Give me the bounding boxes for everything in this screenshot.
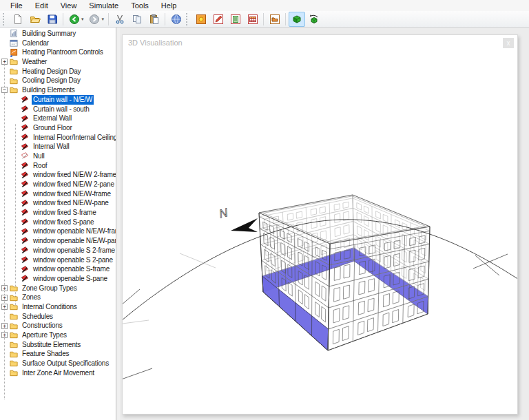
tree-item-zone-group-types[interactable]: +Zone Group Types — [1, 284, 116, 293]
tree-item-ground-floor[interactable]: Ground Floor — [12, 123, 116, 133]
tree-item-external-wall[interactable]: External Wall — [12, 114, 116, 123]
tree-item-curtain-wall-n-e-w[interactable]: Curtain wall - N/E/W — [12, 95, 116, 105]
element-icon — [20, 274, 30, 283]
element-icon — [20, 171, 30, 180]
copy-button[interactable] — [129, 12, 145, 27]
rotate-cube-button[interactable] — [306, 12, 322, 27]
tree-item-building-summary[interactable]: Building Summary — [1, 29, 116, 39]
tree-item-internal-floor-internal-ceiling[interactable]: Internal Floor/Internal Ceiling — [12, 133, 116, 143]
close-icon[interactable]: x — [503, 38, 514, 48]
tree-item-schedules[interactable]: Schedules — [1, 312, 116, 322]
tree-item-label: window openable S-frame — [32, 264, 111, 274]
tree-item-label: Internal Conditions — [21, 302, 79, 312]
tree-item-window-openable-n-e-w-pane[interactable]: window openable N/E/W-pane — [12, 236, 116, 246]
expand-plus-icon[interactable]: + — [1, 285, 8, 291]
tree-item-label: Internal Floor/Internal Ceiling — [32, 133, 116, 143]
3d-viewport-canvas[interactable]: N — [123, 35, 517, 414]
tree-item-window-fixed-n-e-w-pane[interactable]: window fixed N/E/W-pane — [12, 198, 116, 208]
toolbar-separator — [285, 13, 286, 25]
calendar-sun-button[interactable] — [193, 12, 209, 27]
tree-item-window-fixed-s-frame[interactable]: window fixed S-frame — [12, 208, 116, 218]
expand-plus-icon[interactable]: + — [1, 59, 8, 65]
tree-item-window-fixed-n-e-w-2-frame[interactable]: window fixed N/E/W 2-frame — [12, 170, 116, 180]
tree-item-aperture-types[interactable]: +Aperture Types — [1, 330, 116, 340]
cut-scissors-button[interactable] — [112, 12, 128, 27]
tree-item-label: Curtain wall - N/E/W — [32, 95, 94, 105]
tree-item-window-openable-s-2-pane[interactable]: window openable S 2-pane — [12, 255, 116, 265]
collapse-minus-icon[interactable]: − — [1, 87, 8, 93]
tree-item-window-fixed-n-e-w-frame[interactable]: window fixed N/E/W-frame — [12, 189, 116, 199]
menu-file[interactable]: File — [4, 1, 29, 10]
tree-item-internal-conditions[interactable]: +Internal Conditions — [1, 302, 116, 312]
menu-simulate[interactable]: Simulate — [83, 1, 125, 10]
tree-item-weather[interactable]: +Weather — [1, 57, 116, 67]
forward-arrow-dropdown-caret[interactable]: ▾ — [102, 17, 105, 22]
tree-item-window-openable-s-2-frame[interactable]: window openable S 2-frame — [12, 246, 116, 255]
north-label: N — [218, 206, 229, 221]
tree-item-feature-shades[interactable]: Feature Shades — [1, 349, 116, 359]
tree-item-window-fixed-n-e-w-2-pane[interactable]: window fixed N/E/W 2-pane — [12, 180, 116, 189]
tree-item-window-fixed-s-pane[interactable]: window fixed S-pane — [12, 218, 116, 227]
tree-item-window-openable-s-pane[interactable]: window openable S-pane — [12, 274, 116, 284]
tree-item-label: Roof — [32, 161, 48, 171]
expand-plus-icon[interactable]: + — [1, 304, 8, 310]
tree-item-window-openable-s-frame[interactable]: window openable S-frame — [12, 264, 116, 274]
tree-item-roof[interactable]: Roof — [12, 161, 116, 171]
folder-icon — [9, 67, 19, 76]
folder-icon — [9, 330, 19, 339]
3d-building-wireframe[interactable]: N — [123, 35, 517, 414]
element-icon — [20, 95, 30, 104]
web-globe-button[interactable] — [168, 12, 185, 27]
tree-item-label: Surface Output Specifications — [21, 359, 110, 368]
expand-plus-icon[interactable]: + — [1, 295, 8, 301]
forward-arrow-button[interactable] — [86, 12, 103, 27]
zone-table-button[interactable] — [245, 12, 261, 27]
toolbar: ▾▾ — [0, 11, 529, 28]
open-folder-button[interactable] — [27, 12, 43, 27]
edit-red-button[interactable] — [210, 12, 227, 27]
back-arrow-dropdown-caret[interactable]: ▾ — [81, 17, 84, 22]
expand-plus-icon[interactable]: + — [1, 323, 8, 329]
element-icon — [20, 189, 30, 198]
element-icon — [20, 105, 30, 114]
tree-item-cooling-design-day[interactable]: Cooling Design Day — [1, 76, 116, 85]
tree-item-label: Calendar — [21, 39, 50, 48]
tree-item-zones[interactable]: +Zones — [1, 293, 116, 302]
element-icon — [20, 265, 30, 274]
new-document-button[interactable] — [10, 12, 26, 27]
tree-item-substitute-elements[interactable]: Substitute Elements — [1, 340, 116, 350]
folder-icon — [9, 322, 19, 330]
toolbar-grip — [3, 13, 6, 25]
tree-item-heating-plantroom-controls[interactable]: Heating Plantroom Controls — [1, 48, 116, 57]
tree-item-label: window fixed N/E/W 2-frame — [32, 170, 116, 180]
element-icon — [20, 246, 30, 255]
3d-cube-button[interactable] — [289, 12, 305, 27]
paste-button[interactable] — [146, 12, 163, 27]
save-button[interactable] — [44, 12, 61, 27]
element-icon — [20, 236, 30, 245]
tree-item-inter-zone-air-movement[interactable]: Inter Zone Air Movement — [1, 368, 116, 378]
schedule-list-button[interactable] — [227, 12, 244, 27]
tree-item-null[interactable]: Null — [12, 151, 116, 161]
back-arrow-button[interactable] — [66, 12, 83, 27]
menu-tools[interactable]: Tools — [125, 1, 155, 10]
tree-item-internal-wall[interactable]: Internal Wall — [12, 142, 116, 151]
tree-item-calendar[interactable]: Calendar — [1, 39, 116, 48]
element-icon — [20, 180, 30, 189]
menu-help[interactable]: Help — [155, 1, 183, 10]
element-icon — [20, 123, 30, 132]
tree-item-building-elements[interactable]: −Building Elements — [1, 85, 116, 95]
application-window: { "menu": {"items": ["File", "Edit", "Vi… — [0, 0, 529, 420]
tree-item-window-openable-n-e-w-frame[interactable]: window openable N/E/W-frame — [12, 227, 116, 236]
expand-plus-icon[interactable]: + — [1, 332, 8, 338]
folder-browse-button[interactable] — [267, 12, 283, 27]
menu-edit[interactable]: Edit — [29, 1, 54, 10]
tree-item-curtain-wall-south[interactable]: Curtain wall - south — [12, 105, 116, 114]
tree-item-label: Zones — [21, 293, 42, 302]
tree-item-constructions[interactable]: +Constructions — [1, 321, 116, 330]
menu-view[interactable]: View — [54, 1, 83, 10]
tree-item-label: Internal Wall — [32, 142, 71, 151]
tree-item-heating-design-day[interactable]: Heating Design Day — [1, 67, 116, 76]
mdi-workspace: N 3D Visualisation x — [120, 28, 529, 420]
tree-item-surface-output-specifications[interactable]: Surface Output Specifications — [1, 359, 116, 368]
